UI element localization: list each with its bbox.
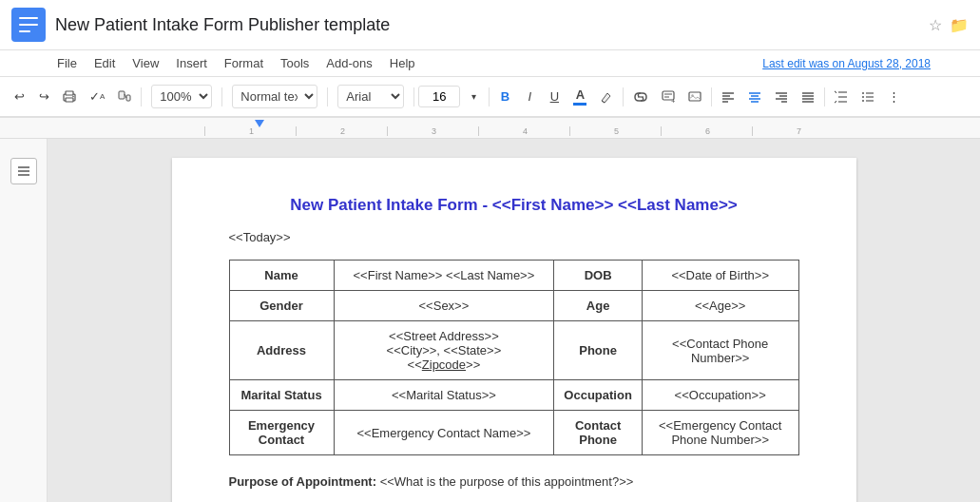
svg-point-38 (862, 100, 864, 102)
separator-4 (413, 87, 414, 106)
comment-button[interactable]: + (656, 87, 681, 107)
line-spacing-button[interactable] (829, 87, 854, 107)
sidebar (0, 139, 48, 502)
more-options-button[interactable]: ⋮ (882, 86, 906, 107)
bold-button[interactable]: B (493, 86, 516, 107)
zoom-select[interactable]: 100% (151, 85, 212, 108)
separator-5 (489, 87, 490, 106)
age-label: Age (554, 291, 643, 321)
menu-file[interactable]: File (49, 52, 85, 74)
occupation-label: Occupation (554, 380, 643, 411)
marital-label: Marital Status (229, 380, 334, 411)
title-icons: ☆ 📁 (929, 16, 969, 34)
menu-help[interactable]: Help (382, 52, 423, 74)
menu-insert[interactable]: Insert (168, 52, 215, 74)
title-bar: New Patient Intake Form Publisher templa… (0, 0, 980, 50)
menu-bar: File Edit View Insert Format Tools Add-o… (0, 50, 980, 77)
style-select[interactable]: Normal text (232, 85, 317, 108)
outline-button[interactable] (10, 158, 37, 184)
dob-value: <<Date of Birth>> (642, 261, 798, 291)
menu-addons[interactable]: Add-ons (318, 52, 379, 74)
highlight-button[interactable] (594, 87, 619, 107)
ruler-mark-1: 1 (204, 126, 296, 136)
document-title[interactable]: New Patient Intake Form Publisher templa… (55, 15, 919, 35)
text-color-icon: A (573, 87, 586, 106)
ruler-mark-5: 5 (569, 126, 661, 136)
svg-rect-2 (66, 98, 73, 102)
svg-rect-4 (119, 91, 125, 99)
patient-info-table: Name <<First Name>> <<Last Name>> DOB <<… (229, 260, 799, 455)
font-size-arrow[interactable]: ▾ (462, 87, 485, 106)
main-container: New Patient Intake Form - <<First Name>>… (0, 139, 980, 502)
separator-2 (221, 87, 222, 106)
address-value: <<Street Address>> <<City>>, <<State>> <… (334, 321, 554, 380)
ruler-mark-3: 3 (387, 126, 478, 136)
age-value: <<Age>> (642, 291, 798, 321)
phone-value: <<Contact PhoneNumber>> (642, 321, 798, 380)
app-icon (11, 8, 46, 42)
spellcheck-button[interactable]: ✓A (84, 86, 110, 107)
emergency-contact-value: <<Emergency Contact Name>> (334, 411, 554, 455)
contact-phone-label: ContactPhone (554, 411, 643, 455)
undo-button[interactable]: ↩ (8, 86, 30, 107)
purpose-value: <<What is the purpose of this appointmen… (380, 474, 634, 489)
menu-edit[interactable]: Edit (86, 52, 123, 74)
print-button[interactable] (57, 87, 82, 107)
align-left-button[interactable] (716, 87, 740, 106)
svg-rect-5 (126, 95, 130, 101)
svg-point-34 (862, 92, 864, 94)
menu-tools[interactable]: Tools (273, 52, 317, 74)
align-center-button[interactable] (742, 87, 767, 106)
name-label: Name (229, 261, 334, 291)
document-date: <<Today>> (229, 230, 799, 244)
font-selector[interactable]: Arial (332, 81, 410, 112)
folder-icon[interactable]: 📁 (950, 16, 969, 34)
contact-phone-value: <<Emergency ContactPhone Number>> (642, 411, 798, 455)
ruler-mark-4: 4 (478, 126, 569, 136)
app-icon-lines (19, 17, 38, 32)
document-area[interactable]: New Patient Intake Form - <<First Name>>… (48, 139, 980, 502)
address-label: Address (229, 321, 334, 380)
svg-point-3 (72, 95, 74, 97)
align-right-button[interactable] (769, 87, 794, 106)
marital-value: <<Marital Status>> (334, 380, 554, 411)
link-button[interactable] (627, 87, 654, 106)
ruler-mark-6: 6 (661, 126, 752, 136)
document-heading: New Patient Intake Form - <<First Name>>… (229, 196, 799, 215)
font-select[interactable]: Arial (337, 85, 404, 108)
svg-rect-1 (66, 91, 73, 95)
italic-button[interactable]: I (518, 86, 541, 107)
emergency-contact-label: EmergencyContact (229, 411, 334, 455)
align-justify-button[interactable] (796, 87, 820, 106)
ruler-mark-2: 2 (296, 126, 387, 136)
separator-6 (623, 87, 624, 106)
ruler-mark-7: 7 (752, 126, 843, 136)
table-row: Marital Status <<Marital Status>> Occupa… (229, 380, 798, 411)
zoom-selector[interactable]: 100% (145, 81, 218, 112)
image-button[interactable] (682, 87, 707, 107)
table-row: Address <<Street Address>> <<City>>, <<S… (229, 321, 798, 380)
svg-point-36 (862, 96, 864, 98)
redo-button[interactable]: ↪ (32, 86, 55, 107)
paint-format-button[interactable] (112, 87, 137, 107)
svg-rect-13 (689, 92, 701, 101)
phone-label: Phone (554, 321, 643, 380)
menu-format[interactable]: Format (217, 52, 271, 74)
table-row: Name <<First Name>> <<Last Name>> DOB <<… (229, 261, 798, 291)
gender-label: Gender (229, 291, 334, 321)
separator-1 (141, 87, 142, 106)
separator-3 (327, 87, 328, 106)
purpose-label: Purpose of Appointment: (229, 474, 377, 489)
underline-button[interactable]: U (543, 86, 566, 107)
font-size-input[interactable] (418, 86, 460, 107)
style-selector[interactable]: Normal text (226, 81, 323, 112)
ruler-content: 1 2 3 4 5 6 7 (204, 126, 843, 136)
star-icon[interactable]: ☆ (929, 16, 942, 34)
bullet-list-button[interactable] (855, 87, 880, 106)
toolbar: ↩ ↪ ✓A 100% Normal text Arial ▾ B I U A (0, 77, 980, 118)
table-row: EmergencyContact <<Emergency Contact Nam… (229, 411, 798, 455)
document-page: New Patient Intake Form - <<First Name>>… (172, 158, 856, 502)
text-color-button[interactable]: A (567, 84, 592, 109)
menu-view[interactable]: View (125, 52, 166, 74)
occupation-value: <<Occupation>> (642, 380, 798, 411)
